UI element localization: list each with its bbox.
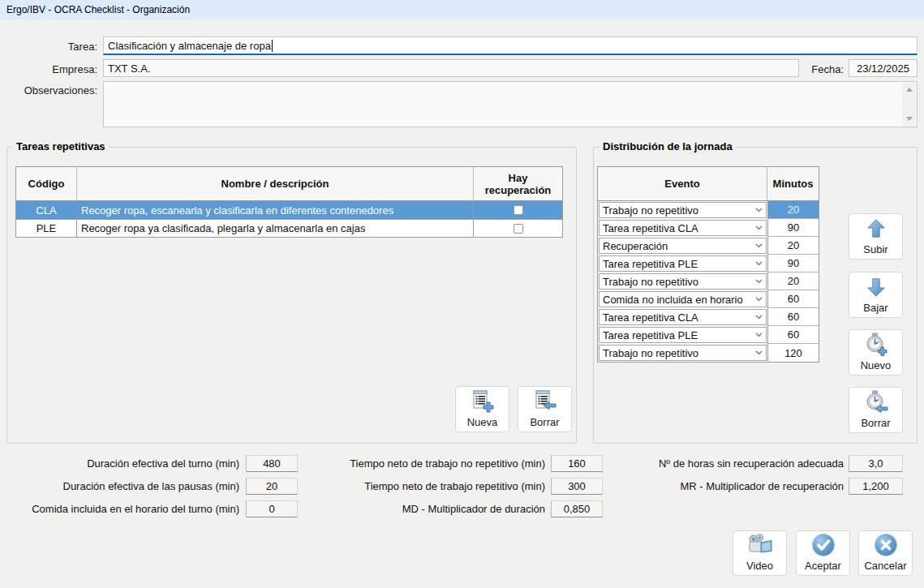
col-nombre: Nombre / descripción: [77, 167, 474, 200]
col-evento: Evento: [598, 167, 767, 200]
stat-value-turno: 480: [246, 455, 298, 472]
chevron-down-icon: [755, 261, 763, 266]
minutos-cell[interactable]: 20: [767, 273, 819, 290]
evento-dropdown[interactable]: Tarea repetitiva CLA: [599, 309, 767, 325]
observaciones-input[interactable]: [103, 81, 918, 127]
minutos-cell[interactable]: 60: [767, 308, 819, 326]
borrar-evento-button-label: Borrar: [861, 417, 890, 429]
tareas-table-header: Código Nombre / descripción Hay recupera…: [16, 167, 562, 201]
stat-value-no-repetitivo: 160: [551, 455, 603, 472]
text-caret: [272, 40, 273, 52]
col-hay-recuperacion: Hay recuperación: [474, 167, 562, 200]
minutos-cell[interactable]: 120: [767, 344, 819, 362]
stat-value-md: 0,850: [551, 500, 603, 517]
notepad-delete-icon: [533, 387, 557, 415]
evento-value: Tarea repetitiva PLE: [603, 329, 698, 341]
observaciones-label: Observaciones:: [0, 84, 97, 97]
video-button-label: Video: [746, 560, 773, 572]
hay-recuperacion-checkbox[interactable]: [514, 224, 523, 234]
jornada-row: Trabajo no repetitivo 20: [598, 201, 819, 219]
jornada-row: Trabajo no repetitivo 120: [598, 344, 819, 362]
cancelar-button-label: Cancelar: [864, 560, 906, 572]
bajar-button[interactable]: Bajar: [849, 272, 903, 318]
stopwatch-plus-icon: [864, 330, 888, 358]
minutos-cell[interactable]: 60: [767, 290, 819, 308]
chevron-down-icon: [755, 333, 763, 337]
borrar-evento-button[interactable]: Borrar: [849, 387, 903, 433]
ocra-checklist-window: Ergo/IBV - OCRA Checklist - Organización…: [0, 0, 924, 588]
evento-dropdown[interactable]: Tarea repetitiva CLA: [599, 220, 767, 236]
cell-nombre[interactable]: Recoger ropa, escanearla y clasificarla …: [77, 201, 474, 219]
stat-label-mr: MR - Multiplicador de recuperación: [625, 478, 844, 495]
cell-hay-recuperacion: [474, 201, 562, 219]
jornada-row: Tarea repetitiva PLE 90: [598, 255, 819, 273]
borrar-tarea-button[interactable]: Borrar: [518, 386, 572, 432]
stat-value-comida: 0: [246, 500, 298, 517]
table-row[interactable]: CLA Recoger ropa, escanearla y clasifica…: [16, 201, 562, 219]
nueva-tarea-button[interactable]: Nueva: [455, 386, 509, 432]
stat-label-repetitivo: Tiempo neto de trabajo repetitivo (min): [308, 478, 545, 495]
fecha-input[interactable]: 23/12/2025: [849, 59, 918, 77]
stopwatch-delete-icon: [864, 388, 888, 416]
stat-label-comida: Comida incluida en el horario del turno …: [0, 500, 239, 517]
stat-label-horas-sin-recuperacion: Nº de horas sin recuperación adecuada: [625, 455, 844, 472]
jornada-row: Comida no incluida en horario 60: [598, 290, 819, 308]
evento-dropdown[interactable]: Trabajo no repetitivo: [599, 273, 767, 290]
cell-nombre[interactable]: Recoger ropa ya clasificada, plegarla y …: [77, 220, 474, 237]
cell-codigo[interactable]: CLA: [16, 201, 77, 219]
evento-dropdown[interactable]: Comida no incluida en horario: [599, 291, 767, 307]
aceptar-button[interactable]: Aceptar: [796, 530, 850, 576]
evento-dropdown[interactable]: Trabajo no repetitivo: [599, 202, 767, 218]
jornada-table: Evento Minutos Trabajo no repetitivo 20 …: [597, 166, 819, 363]
chevron-down-icon: [755, 350, 763, 355]
evento-value: Trabajo no repetitivo: [603, 347, 698, 359]
stat-label-turno: Duración efectiva del turno (min): [0, 455, 239, 472]
evento-dropdown[interactable]: Trabajo no repetitivo: [599, 345, 767, 361]
nuevo-evento-button[interactable]: Nuevo: [849, 329, 903, 376]
evento-value: Trabajo no repetitivo: [603, 276, 698, 288]
scroll-down-icon[interactable]: [902, 112, 916, 126]
jornada-row: Tarea repetitiva CLA 60: [598, 308, 819, 326]
cancelar-button[interactable]: Cancelar: [858, 530, 913, 576]
close-icon: [874, 531, 898, 559]
nueva-button-label: Nueva: [467, 416, 498, 428]
arrow-up-icon: [865, 214, 887, 242]
stat-value-pausas: 20: [246, 478, 298, 495]
aceptar-button-label: Aceptar: [805, 560, 841, 572]
empresa-input[interactable]: TXT S.A.: [103, 59, 799, 77]
jornada-title: Distribución de la jornada: [600, 140, 736, 152]
minutos-cell[interactable]: 90: [767, 219, 819, 237]
minutos-cell[interactable]: 20: [767, 237, 819, 255]
hay-recuperacion-checkbox[interactable]: [514, 205, 523, 215]
observaciones-scrollbar[interactable]: [902, 83, 916, 126]
stat-label-pausas: Duración efectiva de las pausas (min): [0, 478, 239, 495]
minutos-cell[interactable]: 90: [767, 255, 819, 273]
chevron-down-icon: [755, 225, 763, 230]
minutos-cell[interactable]: 60: [767, 326, 819, 344]
fecha-value: 23/12/2025: [857, 62, 909, 75]
window-titlebar: Ergo/IBV - OCRA Checklist - Organización: [0, 0, 924, 19]
chevron-down-icon: [755, 208, 763, 212]
table-row[interactable]: PLE Recoger ropa ya clasificada, plegarl…: [16, 219, 562, 237]
video-button[interactable]: Video: [733, 530, 787, 576]
scroll-up-icon[interactable]: [902, 83, 916, 97]
evento-dropdown[interactable]: Tarea repetitiva PLE: [599, 255, 767, 272]
minutos-cell[interactable]: 20: [767, 201, 819, 219]
empresa-value: TXT S.A.: [108, 62, 151, 75]
subir-button[interactable]: Subir: [849, 213, 903, 260]
jornada-group: Distribución de la jornada Evento Minuto…: [593, 147, 918, 444]
check-icon: [811, 531, 836, 559]
evento-value: Recuperación: [603, 240, 668, 252]
subir-button-label: Subir: [863, 243, 887, 255]
tarea-value: Clasificación y almacenaje de ropa: [108, 40, 271, 52]
chevron-down-icon: [755, 243, 763, 248]
bajar-button-label: Bajar: [863, 302, 887, 314]
chevron-down-icon: [755, 297, 763, 302]
evento-dropdown[interactable]: Tarea repetitiva PLE: [599, 327, 767, 343]
tarea-input[interactable]: Clasificación y almacenaje de ropa: [103, 36, 918, 55]
evento-dropdown[interactable]: Recuperación: [599, 238, 767, 254]
nuevo-button-label: Nuevo: [861, 359, 892, 371]
stat-value-horas-sin-recuperacion: 3,0: [849, 455, 903, 472]
jornada-row: Tarea repetitiva PLE 60: [598, 326, 819, 344]
cell-codigo[interactable]: PLE: [16, 220, 77, 237]
